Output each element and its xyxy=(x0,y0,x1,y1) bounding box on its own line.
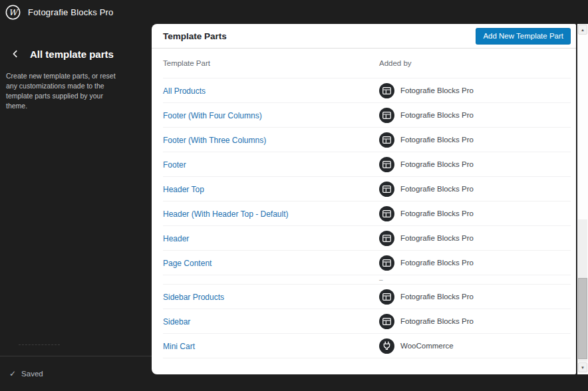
template-part-icon xyxy=(379,231,394,246)
template-parts-panel: Template Parts Add New Template Part Tem… xyxy=(152,24,576,374)
added-by-label: Fotografie Blocks Pro xyxy=(400,111,474,119)
brand-row: W Fotografie Blocks Pro xyxy=(0,0,152,25)
faint-dashes-divider xyxy=(19,344,60,345)
template-part-link[interactable]: Header (With Header Top - Default) xyxy=(163,209,289,219)
added-by-label: Fotografie Blocks Pro xyxy=(400,259,474,267)
added-by-label: Fotografie Blocks Pro xyxy=(400,185,474,193)
table-row: Sidebar ProductsFotografie Blocks Pro xyxy=(163,285,571,309)
template-parts-table: Template Part Added by All ProductsFotog… xyxy=(163,49,571,358)
added-by-label: Fotografie Blocks Pro xyxy=(400,293,474,301)
table-row: Header (With Header Top - Default)Fotogr… xyxy=(163,201,571,226)
added-by-label: Fotografie Blocks Pro xyxy=(400,209,474,217)
column-header-added-by: Added by xyxy=(379,59,571,67)
template-part-icon xyxy=(379,182,394,197)
table-row: HeaderFotografie Blocks Pro xyxy=(163,226,571,251)
added-by-label: Fotografie Blocks Pro xyxy=(400,86,474,94)
template-part-icon xyxy=(379,108,394,123)
template-part-link[interactable]: Mini Cart xyxy=(163,342,195,351)
table-row: Header TopFotografie Blocks Pro xyxy=(163,177,571,201)
added-by-label: Fotografie Blocks Pro xyxy=(400,136,474,144)
chevron-left-icon[interactable] xyxy=(7,45,24,63)
sidebar-title: All template parts xyxy=(30,49,114,60)
table-row: FooterFotografie Blocks Pro xyxy=(163,152,571,177)
table-row: Footer (With Three Columns)Fotografie Bl… xyxy=(163,128,571,152)
template-part-icon xyxy=(379,206,394,221)
plugin-icon xyxy=(379,338,394,354)
template-part-icon xyxy=(379,255,394,271)
sidebar-description: Create new template parts, or reset any … xyxy=(6,71,120,111)
table-row: SidebarFotografie Blocks Pro xyxy=(163,309,571,334)
template-part-link[interactable]: Footer xyxy=(163,160,186,170)
template-part-link[interactable]: Sidebar xyxy=(163,317,190,326)
editor-sidebar: W Fotografie Blocks Pro All template par… xyxy=(0,0,152,391)
added-by-label: – xyxy=(379,279,383,281)
added-by-label: Fotografie Blocks Pro xyxy=(400,160,474,168)
vertical-scrollbar: ▲ ▼ xyxy=(577,24,588,374)
save-status-label: Saved xyxy=(21,370,43,378)
scroll-down-icon[interactable]: ▼ xyxy=(578,362,587,372)
back-navigation: All template parts xyxy=(0,45,152,63)
template-part-icon xyxy=(379,83,394,98)
added-by-label: Fotografie Blocks Pro xyxy=(400,234,474,242)
table-row: – xyxy=(163,275,571,285)
added-by-label: WooCommerce xyxy=(400,342,454,350)
check-icon: ✓ xyxy=(9,369,16,378)
panel-title: Template Parts xyxy=(163,31,227,41)
template-part-link[interactable]: Header xyxy=(163,234,189,243)
scrollbar-thumb[interactable] xyxy=(578,278,587,359)
table-row: Footer (With Four Columns)Fotografie Blo… xyxy=(163,103,571,128)
add-new-template-part-button[interactable]: Add New Template Part xyxy=(476,28,571,45)
template-part-link[interactable]: Page Content xyxy=(163,259,212,268)
template-part-icon xyxy=(379,314,394,329)
table-row: All ProductsFotografie Blocks Pro xyxy=(163,78,571,103)
template-part-link[interactable]: Footer (With Three Columns) xyxy=(163,136,266,145)
brand-title: Fotografie Blocks Pro xyxy=(28,7,113,17)
scroll-up-icon[interactable]: ▲ xyxy=(578,25,587,35)
template-part-link[interactable]: Footer (With Four Columns) xyxy=(163,111,262,120)
template-part-icon xyxy=(379,132,394,148)
template-part-icon xyxy=(379,157,394,172)
template-parts-table-body: All ProductsFotografie Blocks ProFooter … xyxy=(163,78,571,358)
added-by-label: Fotografie Blocks Pro xyxy=(400,317,474,325)
svg-text:W: W xyxy=(9,7,19,17)
template-part-link[interactable]: Header Top xyxy=(163,185,204,194)
save-status: ✓ Saved xyxy=(0,356,152,391)
column-header-template-part: Template Part xyxy=(163,59,379,67)
template-part-icon xyxy=(379,289,394,305)
wordpress-logo-icon[interactable]: W xyxy=(5,5,21,20)
template-part-link[interactable]: Sidebar Products xyxy=(163,293,224,302)
table-row: Mini CartWooCommerce xyxy=(163,334,571,358)
table-row: Page ContentFotografie Blocks Pro xyxy=(163,251,571,275)
template-part-link[interactable]: All Products xyxy=(163,86,206,96)
panel-header: Template Parts Add New Template Part xyxy=(152,24,576,49)
table-header-row: Template Part Added by xyxy=(163,49,571,78)
